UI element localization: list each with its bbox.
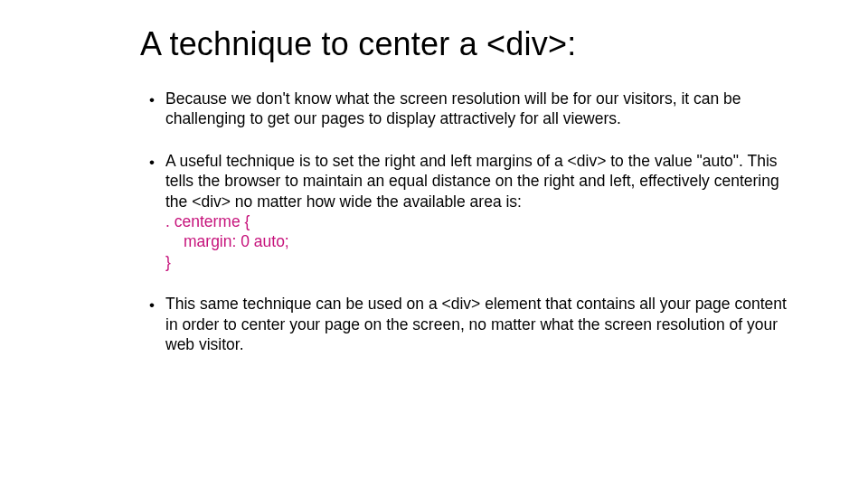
bullet-item: • This same technique can be used on a <…: [149, 294, 800, 354]
code-block: . centerme { margin: 0 auto; }: [165, 211, 800, 272]
slide-title: A technique to center a <div>:: [140, 25, 800, 63]
code-line: margin: 0 auto;: [165, 231, 800, 251]
bullet-mark-icon: •: [149, 294, 165, 354]
code-line: }: [165, 252, 800, 272]
bullet-text: Because we don't know what the screen re…: [165, 89, 800, 129]
bullet-item: • Because we don't know what the screen …: [149, 89, 800, 129]
slide-content: • Because we don't know what the screen …: [140, 89, 800, 354]
bullet-item: • A useful technique is to set the right…: [149, 151, 800, 272]
bullet-text: This same technique can be used on a <di…: [165, 294, 800, 354]
slide: A technique to center a <div>: • Because…: [0, 0, 868, 394]
bullet-mark-icon: •: [149, 89, 165, 129]
bullet-body: A useful technique is to set the right a…: [165, 151, 800, 272]
bullet-text: A useful technique is to set the right a…: [165, 152, 779, 211]
bullet-mark-icon: •: [149, 151, 165, 272]
code-line: . centerme {: [165, 211, 800, 231]
